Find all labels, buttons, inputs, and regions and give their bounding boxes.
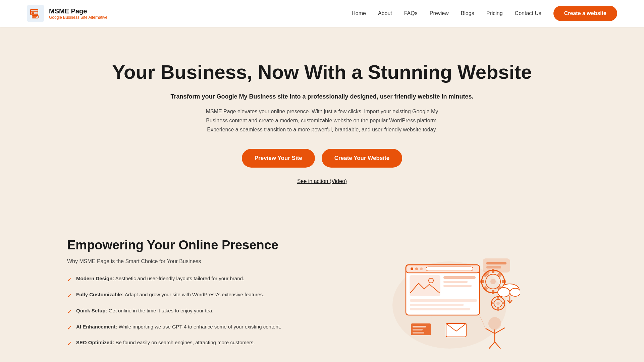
brand-tagline: Google Business Site Alternative bbox=[49, 15, 107, 20]
navbar: MSME Page Google Business Site Alternati… bbox=[0, 0, 644, 27]
nav-blogs[interactable]: Blogs bbox=[461, 10, 474, 16]
svg-rect-47 bbox=[486, 266, 501, 268]
svg-rect-42 bbox=[491, 302, 494, 304]
features-illustration bbox=[322, 238, 577, 352]
nav-home[interactable]: Home bbox=[352, 10, 366, 16]
hero-subtitle: Transform your Google My Business site i… bbox=[67, 93, 577, 100]
svg-rect-18 bbox=[410, 276, 440, 296]
brand-logo bbox=[27, 5, 44, 22]
svg-rect-32 bbox=[502, 280, 506, 283]
feature-label-2: Fully Customizable: bbox=[76, 292, 124, 297]
feature-desc-2: Fully Customizable: Adapt and grow your … bbox=[76, 291, 264, 299]
svg-rect-24 bbox=[410, 304, 464, 306]
create-your-website-button[interactable]: Create Your Website bbox=[322, 149, 402, 168]
svg-rect-22 bbox=[443, 285, 472, 287]
svg-rect-23 bbox=[410, 299, 477, 302]
feature-item-ai: ✓ AI Enhancement: While importing we use… bbox=[67, 323, 295, 333]
feature-item-quick-setup: ✓ Quick Setup: Get online in the time it… bbox=[67, 307, 295, 317]
svg-rect-62 bbox=[413, 332, 424, 334]
svg-point-28 bbox=[490, 279, 496, 284]
hero-section: Your Business, Now With a Stunning Websi… bbox=[0, 27, 644, 211]
nav-about[interactable]: About bbox=[378, 10, 392, 16]
svg-rect-44 bbox=[483, 259, 510, 272]
feature-desc-3: Quick Setup: Get online in the time it t… bbox=[76, 307, 213, 315]
brand-text: MSME Page Google Business Site Alternati… bbox=[49, 7, 107, 20]
hero-description: MSME Page elevates your online presence.… bbox=[198, 107, 446, 134]
svg-rect-40 bbox=[497, 296, 499, 299]
check-icon-3: ✓ bbox=[67, 307, 72, 317]
svg-rect-25 bbox=[410, 308, 470, 310]
svg-point-15 bbox=[415, 267, 418, 270]
svg-rect-61 bbox=[413, 329, 423, 330]
features-subtitle: Why MSME Page is the Smart Choice for Yo… bbox=[67, 258, 295, 264]
feature-label-4: AI Enhancement: bbox=[76, 324, 117, 329]
svg-rect-20 bbox=[443, 276, 476, 279]
nav-links: Home About FAQs Preview Blogs Pricing Co… bbox=[352, 6, 617, 21]
svg-point-39 bbox=[496, 302, 500, 305]
brand-name: MSME Page bbox=[49, 7, 107, 15]
illustration-svg bbox=[379, 238, 520, 352]
features-title: Empowering Your Online Presence bbox=[67, 238, 295, 252]
check-icon-1: ✓ bbox=[67, 275, 72, 285]
feature-label-1: Modern Design: bbox=[76, 276, 114, 281]
check-icon-4: ✓ bbox=[67, 323, 72, 333]
svg-rect-6 bbox=[32, 15, 38, 18]
svg-point-16 bbox=[420, 267, 423, 270]
svg-line-57 bbox=[495, 342, 500, 349]
svg-rect-31 bbox=[480, 280, 484, 283]
features-text: Empowering Your Online Presence Why MSME… bbox=[67, 238, 295, 355]
hero-title: Your Business, Now With a Stunning Websi… bbox=[67, 60, 577, 84]
feature-label-3: Quick Setup: bbox=[76, 308, 107, 313]
feature-item-modern-design: ✓ Modern Design: Aesthetic and user-frie… bbox=[67, 275, 295, 285]
video-link[interactable]: See in action (Video) bbox=[297, 178, 347, 184]
svg-point-50 bbox=[510, 288, 520, 296]
feature-item-customizable: ✓ Fully Customizable: Adapt and grow you… bbox=[67, 291, 295, 301]
svg-rect-17 bbox=[426, 267, 473, 271]
nav-create-website-button[interactable]: Create a website bbox=[553, 6, 617, 21]
svg-rect-43 bbox=[502, 302, 505, 304]
features-section: Empowering Your Online Presence Why MSME… bbox=[0, 211, 644, 362]
nav-contact[interactable]: Contact Us bbox=[515, 10, 541, 16]
feature-item-seo: ✓ SEO Optimized: Be found easily on sear… bbox=[67, 339, 295, 349]
check-icon-5: ✓ bbox=[67, 339, 72, 349]
hero-buttons: Preview Your Site Create Your Website bbox=[67, 149, 577, 168]
feature-desc-5: SEO Optimized: Be found easily on search… bbox=[76, 339, 255, 347]
svg-rect-1 bbox=[31, 9, 38, 15]
nav-pricing[interactable]: Pricing bbox=[486, 10, 503, 16]
nav-faqs[interactable]: FAQs bbox=[404, 10, 418, 16]
feature-desc-1: Modern Design: Aesthetic and user-friend… bbox=[76, 275, 244, 283]
preview-your-site-button[interactable]: Preview Your Site bbox=[242, 149, 315, 168]
svg-line-56 bbox=[489, 342, 495, 349]
svg-rect-21 bbox=[443, 281, 468, 283]
svg-rect-46 bbox=[486, 262, 506, 264]
svg-rect-4 bbox=[32, 12, 34, 14]
feature-desc-4: AI Enhancement: While importing we use G… bbox=[76, 323, 281, 331]
svg-rect-41 bbox=[497, 308, 499, 311]
svg-rect-30 bbox=[492, 290, 494, 294]
nav-preview[interactable]: Preview bbox=[430, 10, 449, 16]
svg-point-14 bbox=[411, 267, 413, 270]
feature-label-5: SEO Optimized: bbox=[76, 340, 114, 345]
svg-point-52 bbox=[489, 317, 501, 329]
brand-logo-link[interactable]: MSME Page Google Business Site Alternati… bbox=[27, 5, 107, 22]
svg-rect-60 bbox=[413, 326, 426, 327]
check-icon-2: ✓ bbox=[67, 291, 72, 301]
svg-point-49 bbox=[498, 288, 510, 297]
